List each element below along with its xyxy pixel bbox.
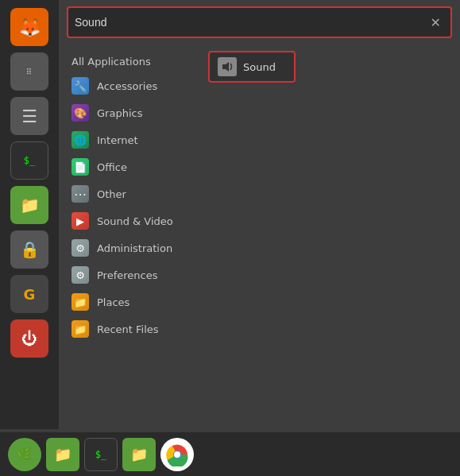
internet-label: Internet: [97, 134, 138, 146]
sound-video-icon: ▶: [72, 212, 89, 230]
administration-label: Administration: [97, 242, 172, 254]
category-internet[interactable]: 🌐 Internet: [59, 126, 202, 153]
menu-panel: ✕ All Applications 🔧 Accessories 🎨 Graph…: [59, 0, 460, 429]
taskbar-grub[interactable]: G: [10, 275, 48, 313]
search-clear-button[interactable]: ✕: [427, 14, 444, 32]
recent-label: Recent Files: [97, 323, 159, 335]
graphics-label: Graphics: [97, 107, 142, 119]
recent-icon: 📁: [72, 320, 89, 338]
taskbar-files[interactable]: 📁: [10, 186, 48, 224]
taskbar-terminal[interactable]: $_: [10, 141, 48, 180]
sound-video-label: Sound & Video: [97, 215, 173, 227]
category-accessories[interactable]: 🔧 Accessories: [59, 72, 202, 99]
preferences-icon: ⚙: [72, 266, 89, 284]
other-icon: ⋯: [72, 185, 89, 203]
app-result-sound[interactable]: Sound: [208, 51, 296, 83]
svg-point-7: [174, 451, 180, 458]
category-office[interactable]: 📄 Office: [59, 153, 202, 180]
category-administration[interactable]: ⚙ Administration: [59, 234, 202, 261]
internet-icon: 🌐: [72, 131, 89, 149]
preferences-label: Preferences: [97, 269, 157, 281]
category-all[interactable]: All Applications: [59, 51, 202, 72]
search-bar: ✕: [67, 6, 452, 38]
taskbar-shutdown[interactable]: ⏻: [10, 319, 48, 358]
content-area: All Applications 🔧 Accessories 🎨 Graphic…: [59, 45, 460, 426]
taskbar-settings[interactable]: ☰: [10, 97, 48, 135]
taskbar-bottom: 🌿 📁 $_ 📁: [0, 432, 460, 476]
category-graphics[interactable]: 🎨 Graphics: [59, 99, 202, 126]
graphics-icon: 🎨: [72, 104, 89, 122]
taskbar-left: 🦊 ⠿ ☰ $_ 📁 🔒 G ⏻: [0, 0, 59, 429]
taskbar-firefox[interactable]: 🦊: [10, 8, 48, 46]
taskbar-bottom-files2[interactable]: 📁: [122, 438, 156, 471]
taskbar-bottom-terminal[interactable]: $_: [84, 438, 118, 471]
app-results-panel: Sound: [202, 45, 460, 426]
categories-panel: All Applications 🔧 Accessories 🎨 Graphic…: [59, 45, 202, 426]
sound-app-icon: [218, 57, 237, 76]
places-label: Places: [97, 296, 129, 308]
places-icon: 📁: [72, 293, 89, 311]
taskbar-lock[interactable]: 🔒: [10, 230, 48, 269]
sound-app-label: Sound: [243, 61, 276, 73]
accessories-label: Accessories: [97, 80, 157, 92]
category-preferences[interactable]: ⚙ Preferences: [59, 261, 202, 288]
search-input[interactable]: [75, 16, 427, 29]
taskbar-bottom-chrome[interactable]: [160, 438, 194, 471]
category-sound-video[interactable]: ▶ Sound & Video: [59, 207, 202, 234]
office-label: Office: [97, 161, 127, 173]
category-recent[interactable]: 📁 Recent Files: [59, 315, 202, 342]
taskbar-bottom-mint[interactable]: 🌿: [8, 438, 41, 471]
all-applications-label: All Applications: [72, 56, 151, 68]
taskbar-bottom-files[interactable]: 📁: [46, 438, 79, 471]
category-other[interactable]: ⋯ Other: [59, 180, 202, 207]
administration-icon: ⚙: [72, 239, 89, 257]
other-label: Other: [97, 188, 126, 200]
category-places[interactable]: 📁 Places: [59, 288, 202, 315]
office-icon: 📄: [72, 158, 89, 176]
svg-text:🌿: 🌿: [17, 447, 33, 462]
accessories-icon: 🔧: [72, 77, 89, 95]
taskbar-apps[interactable]: ⠿: [10, 52, 48, 91]
